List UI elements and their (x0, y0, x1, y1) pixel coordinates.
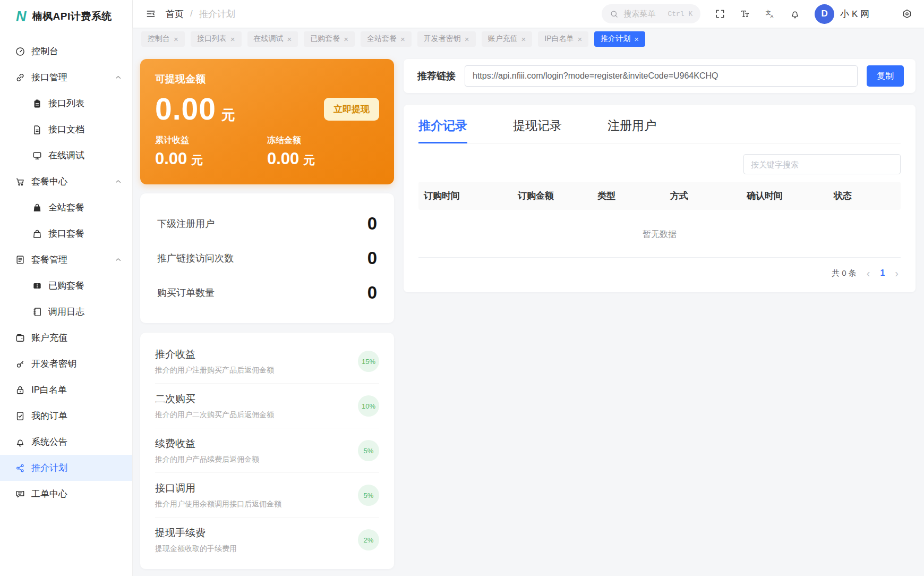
cart-icon (15, 176, 25, 187)
sub-registered-users-row: 下级注册用户 0 (157, 214, 377, 234)
close-icon[interactable] (521, 35, 526, 43)
referral-link-label: 推荐链接 (417, 70, 456, 82)
user-menu[interactable]: D 小 K 网 (815, 4, 869, 24)
sidebar-item-my-orders[interactable]: 我的订单 (0, 403, 132, 429)
close-icon[interactable] (400, 35, 405, 43)
sidebar-item-label: 全站套餐 (48, 201, 84, 214)
tab-label: 控制台 (148, 34, 170, 44)
translate-icon[interactable] (765, 9, 775, 19)
close-icon[interactable] (174, 35, 178, 43)
sidebar-nav: 控制台 接口管理 接口列表 接口文档 在线调试 套餐中心 (0, 33, 132, 507)
column-status: 状态 (834, 190, 901, 202)
close-icon[interactable] (287, 35, 292, 43)
tab-referral-records[interactable]: 推介记录 (418, 117, 467, 143)
tab-withdrawal-records[interactable]: 提现记录 (513, 117, 562, 143)
app-logo-row: N 楠枫API计费系统 (0, 0, 132, 33)
referral-link-input[interactable] (465, 65, 858, 87)
sidebar-item-ticket-center[interactable]: 工单中心 (0, 481, 132, 507)
sidebar-item-api-list[interactable]: 接口列表 (0, 90, 132, 116)
tab-registered-users[interactable]: 注册用户 (608, 117, 656, 143)
prev-page-icon[interactable] (867, 268, 870, 278)
tab-developer-keys[interactable]: 开发者密钥 (417, 31, 476, 47)
withdrawable-amount-card: 可提现金额 0.00 元 立即提现 累计收益 0.00元 冻结金额 0. (140, 59, 394, 184)
column-confirm-time: 确认时间 (747, 190, 834, 202)
sidebar-item-label: 推介计划 (31, 462, 67, 474)
tab-label: 推介计划 (601, 34, 630, 44)
order-icon (15, 411, 25, 421)
close-icon[interactable] (465, 35, 469, 43)
stat-value: 0.00 (267, 149, 299, 168)
left-column: 可提现金额 0.00 元 立即提现 累计收益 0.00元 冻结金额 0. (140, 59, 394, 576)
stat-label: 购买订单数量 (157, 286, 215, 299)
tab-purchased-packages[interactable]: 已购套餐 (304, 31, 355, 47)
stat-unit: 元 (303, 154, 315, 167)
sidebar-item-api-packages[interactable]: 接口套餐 (0, 221, 132, 247)
keyword-search-input[interactable] (743, 154, 901, 174)
breadcrumb-home[interactable]: 首页 (166, 8, 184, 20)
sidebar-item-ip-whitelist[interactable]: IP白名单 (0, 377, 132, 403)
stat-unit: 元 (191, 154, 203, 167)
page-number[interactable]: 1 (880, 268, 885, 278)
sidebar-item-dashboard[interactable]: 控制台 (0, 38, 132, 64)
stat-value: 0.00 (155, 149, 187, 168)
stat-value: 0 (367, 214, 377, 234)
avatar[interactable]: D (815, 4, 834, 24)
stat-label: 累计收益 (155, 135, 267, 146)
tab-account-recharge[interactable]: 账户充值 (482, 31, 533, 47)
sidebar-group-package-management[interactable]: 套餐管理 (0, 247, 132, 273)
sidebar-group-package-center[interactable]: 套餐中心 (0, 168, 132, 194)
stat-label: 推广链接访问次数 (157, 252, 234, 265)
withdraw-fee-row: 提现手续费 提现金额收取的手续费用 2% (155, 518, 379, 562)
settings-gear-icon[interactable] (902, 9, 912, 19)
page-content: 可提现金额 0.00 元 立即提现 累计收益 0.00元 冻结金额 0. (133, 50, 924, 576)
commission-title: 续费收益 (155, 437, 259, 451)
tab-label: 账户充值 (488, 34, 518, 44)
close-icon[interactable] (578, 35, 583, 43)
rate-badge: 15% (358, 351, 379, 372)
fullscreen-icon[interactable] (715, 9, 725, 19)
sidebar-item-call-logs[interactable]: 调用日志 (0, 299, 132, 325)
commission-rates-card: 推介收益 推介的用户注册购买产品后返佣金额 15% 二次购买 推介的用户二次购买… (140, 333, 394, 569)
stat-label: 下级注册用户 (157, 217, 215, 230)
close-icon[interactable] (344, 35, 348, 43)
sidebar-item-system-announcements[interactable]: 系统公告 (0, 429, 132, 455)
close-icon[interactable] (634, 35, 639, 43)
sidebar-item-purchased-packages[interactable]: 已购套餐 (0, 273, 132, 299)
sidebar-item-referral-program[interactable]: 推介计划 (0, 455, 132, 481)
sidebar-item-label: 套餐管理 (31, 253, 67, 266)
sidebar-item-developer-keys[interactable]: 开发者密钥 (0, 351, 132, 377)
search-input[interactable]: 搜索菜单 Ctrl K (602, 4, 700, 23)
breadcrumb-separator: / (190, 9, 193, 19)
sidebar-item-online-debug[interactable]: 在线调试 (0, 142, 132, 168)
tab-dashboard[interactable]: 控制台 (141, 31, 185, 47)
monitor-icon (32, 150, 42, 161)
tab-referral-program[interactable]: 推介计划 (594, 31, 645, 47)
sidebar-group-api-management[interactable]: 接口管理 (0, 64, 132, 90)
tab-api-list[interactable]: 接口列表 (191, 31, 242, 47)
copy-button[interactable]: 复制 (867, 65, 904, 87)
commission-desc: 推介的用户产品续费后返佣金额 (155, 455, 259, 464)
topbar: 首页 / 推介计划 搜索菜单 Ctrl K D 小 K 网 (133, 0, 924, 28)
sidebar-item-label: 接口套餐 (48, 227, 84, 240)
commission-title: 接口调用 (155, 481, 281, 495)
tab-ip-whitelist[interactable]: IP白名单 (538, 31, 588, 47)
rate-badge: 2% (358, 529, 379, 550)
withdrawable-amount-unit: 元 (221, 106, 235, 124)
sidebar-item-site-packages[interactable]: 全站套餐 (0, 194, 132, 221)
bell-icon[interactable] (790, 9, 800, 19)
tab-site-packages[interactable]: 全站套餐 (361, 31, 412, 47)
withdraw-now-button[interactable]: 立即提现 (324, 98, 379, 121)
pagination: 共 0 条 1 (418, 258, 901, 283)
sidebar-item-label: 接口文档 (48, 123, 84, 135)
close-icon[interactable] (230, 35, 235, 43)
tab-label: 在线调试 (254, 34, 284, 44)
text-size-icon[interactable] (740, 9, 750, 19)
tab-label: 已购套餐 (310, 34, 340, 44)
sidebar-item-account-recharge[interactable]: 账户充值 (0, 325, 132, 351)
menu-fold-icon[interactable] (146, 9, 156, 19)
table-header-row: 订购时间 订购金额 类型 方式 确认时间 状态 (418, 182, 901, 210)
sidebar-item-api-docs[interactable]: 接口文档 (0, 116, 132, 142)
tab-online-debug[interactable]: 在线调试 (247, 31, 298, 47)
commission-desc: 推介用户使用余额调用接口后返佣金额 (155, 499, 281, 509)
next-page-icon[interactable] (895, 268, 899, 278)
